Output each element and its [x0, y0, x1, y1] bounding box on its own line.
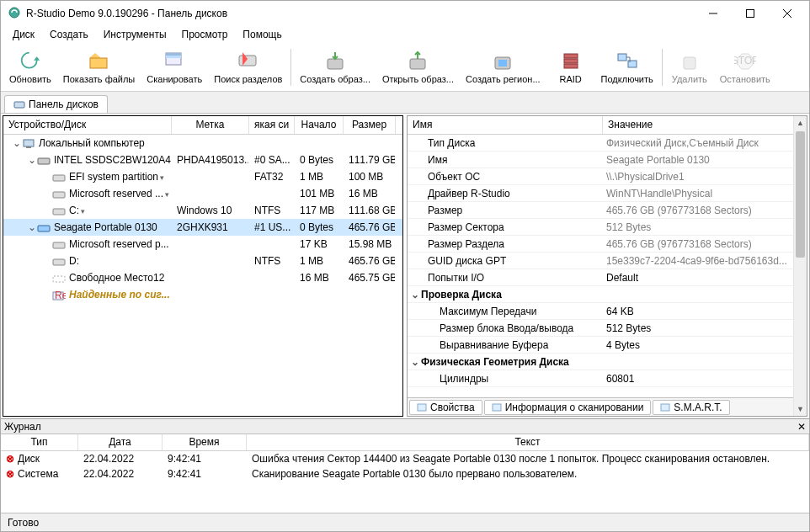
log-header: Тип Дата Время Текст — [1, 434, 809, 451]
chevron-icon[interactable]: ⌄ — [411, 289, 421, 301]
log-hdr-type[interactable]: Тип — [1, 434, 78, 450]
tree-row[interactable]: Microsoft reserved ...▾101 MB16 MB — [3, 185, 402, 202]
log-row[interactable]: ⊗Система22.04.20229:42:41Сканирование Se… — [1, 466, 809, 481]
tool-findpart[interactable]: Поиск разделов — [209, 45, 287, 89]
prop-row[interactable]: GUID диска GPT15e339c7-2204-4ca9-9f6e-bd… — [408, 253, 807, 269]
hdr-start[interactable]: Начало — [295, 116, 344, 134]
prop-row[interactable]: Размер блока Ввода/вывода512 Bytes▾ — [408, 320, 807, 337]
svg-rect-11 — [564, 54, 578, 58]
toolbar: ОбновитьПоказать файлыСканироватьПоиск р… — [1, 43, 809, 92]
tree-cell: 101 MB — [295, 186, 344, 201]
device-icon — [37, 156, 51, 166]
prop-row[interactable]: Объект ОС\\.\PhysicalDrive1 — [408, 168, 807, 185]
raid-icon — [559, 50, 583, 73]
log-hdr-text[interactable]: Текст — [247, 434, 809, 450]
log-hdr-time[interactable]: Время — [163, 434, 247, 450]
chevron-icon[interactable]: ⌄ — [12, 137, 22, 149]
prop-row[interactable]: Попытки I/ODefault▾ — [408, 269, 807, 286]
dropdown-icon[interactable]: ▾ — [165, 190, 169, 199]
dropdown-icon[interactable]: ▾ — [160, 173, 164, 182]
tool-stop[interactable]: STOPОстановить — [715, 45, 775, 89]
tree-row[interactable]: EFI system partition▾FAT321 MB100 MB — [3, 168, 402, 185]
tool-raid[interactable]: RAID — [547, 45, 594, 89]
tool-label: RAID — [559, 74, 581, 84]
btab-scaninfo[interactable]: Информация о сканировании — [484, 400, 652, 415]
hdr-size[interactable]: Размер — [344, 116, 396, 134]
prop-row[interactable]: Размер Раздела465.76 GB (976773168 Secto… — [408, 236, 807, 253]
prop-row[interactable]: Размер465.76 GB (976773168 Sectors) — [408, 202, 807, 219]
tool-scan[interactable]: Сканировать — [141, 45, 207, 89]
tool-show[interactable]: Показать файлы — [58, 45, 140, 89]
prop-group[interactable]: ⌄Физическая Геометрия Диска — [408, 354, 807, 370]
tool-mkreg[interactable]: Создать регион... — [461, 45, 546, 89]
menu-create[interactable]: Создать — [43, 27, 95, 42]
log-hdr-date[interactable]: Дата — [78, 434, 163, 450]
tool-refresh[interactable]: Обновить — [4, 45, 56, 89]
props-body[interactable]: Тип ДискаФизический Диск,Съемный ДискИмя… — [408, 135, 807, 397]
hdr-fs[interactable]: якая си — [249, 116, 295, 134]
hdr-label[interactable]: Метка — [172, 116, 249, 134]
log-close-icon[interactable]: ✕ — [797, 421, 806, 433]
prop-row[interactable]: ИмяSeagate Portable 0130 — [408, 152, 807, 168]
minimize-button[interactable] — [695, 2, 732, 25]
tree-row[interactable]: RecНайденные по сиг... — [3, 286, 402, 303]
hdr-value[interactable]: Значение — [603, 116, 807, 134]
btab-label: Свойства — [430, 402, 475, 413]
prop-name: Размер блока Ввода/вывода — [440, 322, 573, 334]
tree-row[interactable]: ⌄INTEL SSDSC2BW120A4 ...PHDA4195013...#0… — [3, 152, 402, 168]
tree-row[interactable]: ⌄Локальный компьютер — [3, 135, 402, 152]
log-row[interactable]: ⊗Диск22.04.20229:42:41Ошибка чтения Сект… — [1, 451, 809, 466]
prop-row[interactable]: Тип ДискаФизический Диск,Съемный Диск — [408, 135, 807, 152]
maximize-button[interactable] — [732, 2, 769, 25]
prop-name: Имя — [428, 154, 447, 166]
tool-mkimg[interactable]: Создать образ... — [295, 45, 376, 89]
prop-row[interactable]: Максимум Передачи64 KB▾ — [408, 303, 807, 320]
app-icon — [8, 6, 21, 22]
tree-cell — [249, 242, 295, 246]
log-body[interactable]: ⊗Диск22.04.20229:42:41Ошибка чтения Сект… — [1, 451, 809, 513]
dropdown-icon[interactable]: ▾ — [81, 207, 85, 215]
btab-props[interactable]: Свойства — [409, 400, 482, 415]
titlebar: R-Studio Demo 9.0.190296 - Панель дисков — [1, 1, 809, 26]
tree-body[interactable]: ⌄Локальный компьютер⌄INTEL SSDSC2BW120A4… — [3, 135, 402, 416]
tool-openimg[interactable]: Открыть образ... — [377, 45, 459, 89]
prop-value: WinNT\Handle\Physical — [603, 186, 807, 201]
menu-tools[interactable]: Инструменты — [97, 27, 173, 42]
svg-text:STOP: STOP — [734, 55, 756, 66]
hdr-name[interactable]: Имя — [408, 116, 603, 134]
tree-cell — [344, 141, 396, 145]
tree-row[interactable]: C:▾Windows 10NTFS117 MB111.68 GB — [3, 202, 402, 219]
tree-cell: 1 MB — [295, 253, 344, 269]
connect-icon — [615, 50, 639, 73]
menu-disk[interactable]: Диск — [6, 27, 41, 42]
svg-rect-2 — [90, 58, 107, 68]
device-icon — [52, 240, 66, 250]
close-button[interactable] — [769, 2, 806, 25]
tree-row[interactable]: ⌄Seagate Portable 01302GHXK931#1 US...0 … — [3, 219, 402, 236]
scrollbar[interactable]: ▲ ▼ — [793, 116, 807, 416]
tree-row[interactable]: D:NTFS1 MB465.76 GB — [3, 253, 402, 269]
tree-item-name: Seagate Portable 0130 — [54, 221, 157, 233]
prop-row[interactable]: Размер Сектора512 Bytes — [408, 219, 807, 236]
chevron-icon[interactable]: ⌄ — [27, 221, 37, 233]
tree-row[interactable]: Свободное Место1216 MB465.75 GB — [3, 269, 402, 286]
btab-smart[interactable]: S.M.A.R.T. — [653, 400, 729, 415]
prop-row[interactable]: Драйвер R-StudioWinNT\Handle\Physical — [408, 185, 807, 202]
tree-cell: #0 SA... — [249, 152, 295, 168]
tree-cell: 0 Bytes — [295, 220, 344, 235]
tool-delete[interactable]: Удалить — [666, 45, 713, 89]
tool-connect[interactable]: Подключить — [596, 45, 658, 89]
statusbar: Готово — [1, 513, 809, 531]
tree-row[interactable]: Microsoft reserved p...17 KB15.98 MB — [3, 236, 402, 253]
chevron-icon[interactable]: ⌄ — [411, 356, 421, 368]
hdr-device[interactable]: Устройство/Диск — [3, 116, 172, 134]
menu-view[interactable]: Просмотр — [175, 27, 235, 42]
prop-row[interactable]: Цилиндры60801 — [408, 370, 807, 387]
prop-group[interactable]: ⌄Проверка Диска — [408, 286, 807, 303]
chevron-icon[interactable]: ⌄ — [27, 154, 37, 166]
tab-disk-panel[interactable]: Панель дисков — [4, 95, 108, 113]
menu-help[interactable]: Помощь — [236, 27, 288, 42]
tree-item-name: D: — [69, 255, 79, 267]
prop-row[interactable]: Выравнивание Буфера4 Bytes▾ — [408, 337, 807, 354]
tree-cell: FAT32 — [249, 169, 295, 184]
